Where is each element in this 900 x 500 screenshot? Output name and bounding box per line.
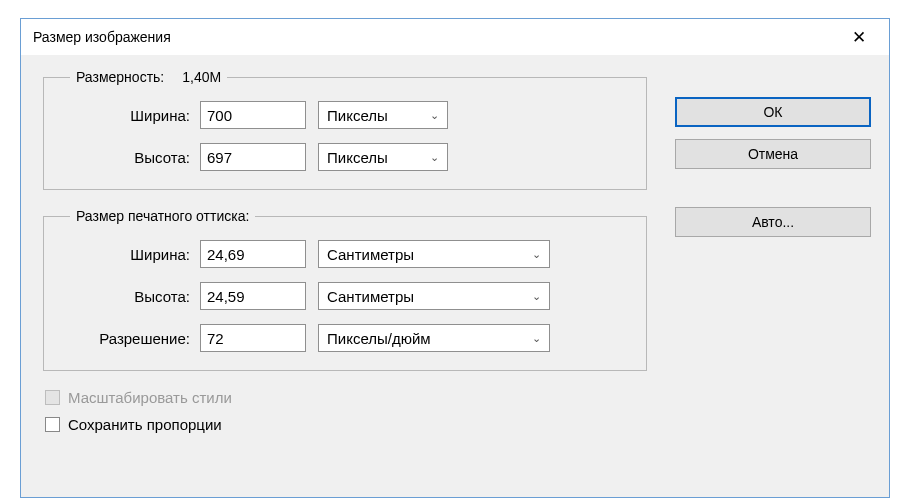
- titlebar[interactable]: Размер изображения ✕: [21, 19, 889, 55]
- pixel-dimensions-legend: Размерность: 1,40M: [70, 69, 227, 85]
- close-icon: ✕: [852, 27, 866, 48]
- chevron-down-icon: ⌄: [532, 248, 541, 261]
- doc-height-label: Высота:: [60, 288, 200, 305]
- pixel-dimensions-group: Размерность: 1,40M Ширина: Пикселы ⌄ Выс…: [43, 69, 647, 190]
- auto-button-label: Авто...: [752, 214, 794, 230]
- scale-styles-label: Масштабировать стили: [68, 389, 232, 406]
- constrain-proportions-row[interactable]: Сохранить пропорции: [45, 416, 647, 433]
- resolution-unit-value: Пикселы/дюйм: [327, 330, 431, 347]
- height-label: Высота:: [60, 149, 200, 166]
- scale-styles-row: Масштабировать стили: [45, 389, 647, 406]
- cancel-button[interactable]: Отмена: [675, 139, 871, 169]
- cancel-button-label: Отмена: [748, 146, 798, 162]
- doc-height-unit-select[interactable]: Сантиметры ⌄: [318, 282, 550, 310]
- scale-styles-checkbox: [45, 390, 60, 405]
- image-size-dialog: Размер изображения ✕ Размерность: 1,40M …: [20, 18, 890, 498]
- chevron-down-icon: ⌄: [532, 290, 541, 303]
- height-unit-value: Пикселы: [327, 149, 388, 166]
- constrain-proportions-label: Сохранить пропорции: [68, 416, 222, 433]
- height-unit-select[interactable]: Пикселы ⌄: [318, 143, 448, 171]
- resolution-unit-select[interactable]: Пикселы/дюйм ⌄: [318, 324, 550, 352]
- doc-width-unit-value: Сантиметры: [327, 246, 414, 263]
- resolution-label: Разрешение:: [60, 330, 200, 347]
- chevron-down-icon: ⌄: [430, 151, 439, 164]
- doc-width-unit-select[interactable]: Сантиметры ⌄: [318, 240, 550, 268]
- dialog-title: Размер изображения: [33, 29, 171, 45]
- constrain-proportions-checkbox[interactable]: [45, 417, 60, 432]
- height-input[interactable]: [200, 143, 306, 171]
- close-button[interactable]: ✕: [839, 23, 879, 51]
- doc-width-label: Ширина:: [60, 246, 200, 263]
- pixel-dimensions-value: 1,40M: [182, 69, 221, 85]
- width-input[interactable]: [200, 101, 306, 129]
- document-size-legend: Размер печатного оттиска:: [70, 208, 255, 224]
- resolution-input[interactable]: [200, 324, 306, 352]
- document-size-group: Размер печатного оттиска: Ширина: Сантим…: [43, 208, 647, 371]
- auto-button[interactable]: Авто...: [675, 207, 871, 237]
- ok-button[interactable]: ОК: [675, 97, 871, 127]
- width-label: Ширина:: [60, 107, 200, 124]
- doc-height-unit-value: Сантиметры: [327, 288, 414, 305]
- chevron-down-icon: ⌄: [430, 109, 439, 122]
- width-unit-value: Пикселы: [327, 107, 388, 124]
- chevron-down-icon: ⌄: [532, 332, 541, 345]
- doc-height-input[interactable]: [200, 282, 306, 310]
- doc-width-input[interactable]: [200, 240, 306, 268]
- ok-button-label: ОК: [763, 104, 782, 120]
- width-unit-select[interactable]: Пикселы ⌄: [318, 101, 448, 129]
- pixel-dimensions-label: Размерность:: [76, 69, 164, 85]
